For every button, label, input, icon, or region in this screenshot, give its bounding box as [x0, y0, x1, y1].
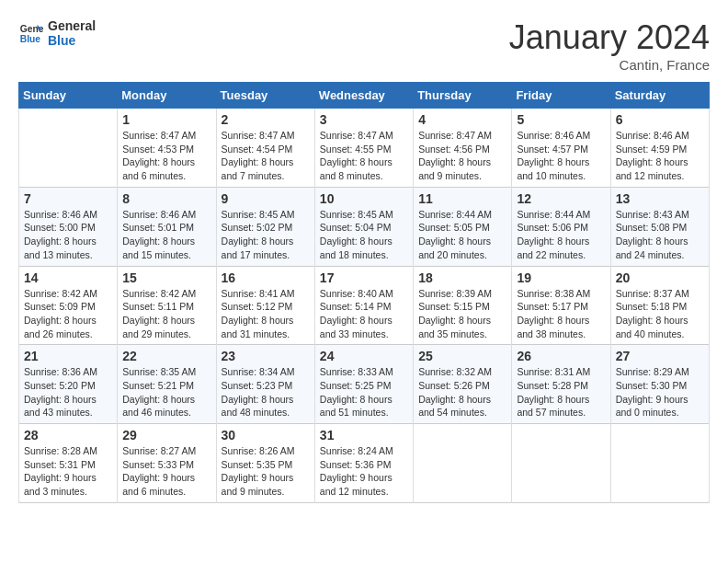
header-cell-friday: Friday: [512, 83, 610, 109]
day-number: 27: [616, 349, 704, 363]
day-cell: [610, 424, 709, 503]
title-block: January 2024 Cantin, France: [509, 18, 710, 73]
day-number: 10: [320, 191, 408, 206]
day-info: Sunrise: 8:40 AM Sunset: 5:14 PM Dayligh…: [320, 287, 408, 341]
day-cell: 17Sunrise: 8:40 AM Sunset: 5:14 PM Dayli…: [314, 266, 413, 345]
day-cell: [512, 424, 610, 503]
day-info: Sunrise: 8:45 AM Sunset: 5:02 PM Dayligh…: [222, 208, 310, 262]
day-number: 31: [320, 428, 408, 442]
header-cell-sunday: Sunday: [19, 83, 118, 109]
day-info: Sunrise: 8:35 AM Sunset: 5:21 PM Dayligh…: [122, 365, 210, 419]
day-number: 12: [517, 191, 605, 206]
day-cell: [19, 109, 118, 188]
calendar-header: SundayMondayTuesdayWednesdayThursdayFrid…: [19, 83, 710, 109]
day-info: Sunrise: 8:37 AM Sunset: 5:18 PM Dayligh…: [616, 287, 704, 341]
day-cell: 2Sunrise: 8:47 AM Sunset: 4:54 PM Daylig…: [216, 109, 314, 188]
day-info: Sunrise: 8:47 AM Sunset: 4:55 PM Dayligh…: [320, 129, 408, 183]
day-info: Sunrise: 8:43 AM Sunset: 5:08 PM Dayligh…: [616, 208, 704, 262]
day-number: 6: [616, 112, 704, 127]
day-cell: 29Sunrise: 8:27 AM Sunset: 5:33 PM Dayli…: [118, 424, 216, 503]
day-cell: 23Sunrise: 8:34 AM Sunset: 5:23 PM Dayli…: [216, 345, 314, 424]
day-cell: 1Sunrise: 8:47 AM Sunset: 4:53 PM Daylig…: [118, 109, 216, 188]
day-info: Sunrise: 8:47 AM Sunset: 4:54 PM Dayligh…: [222, 129, 310, 183]
day-cell: 28Sunrise: 8:28 AM Sunset: 5:31 PM Dayli…: [19, 424, 118, 503]
day-cell: 16Sunrise: 8:41 AM Sunset: 5:12 PM Dayli…: [216, 266, 314, 345]
day-number: 17: [320, 270, 408, 285]
day-cell: 31Sunrise: 8:24 AM Sunset: 5:36 PM Dayli…: [314, 424, 413, 503]
day-number: 18: [418, 270, 506, 285]
day-number: 2: [222, 112, 310, 127]
day-cell: 30Sunrise: 8:26 AM Sunset: 5:35 PM Dayli…: [216, 424, 314, 503]
day-number: 23: [222, 349, 310, 363]
logo: General Blue General Blue: [18, 18, 96, 48]
day-info: Sunrise: 8:46 AM Sunset: 4:57 PM Dayligh…: [517, 129, 605, 183]
day-info: Sunrise: 8:29 AM Sunset: 5:30 PM Dayligh…: [616, 365, 704, 419]
day-cell: 25Sunrise: 8:32 AM Sunset: 5:26 PM Dayli…: [414, 345, 512, 424]
day-info: Sunrise: 8:27 AM Sunset: 5:33 PM Dayligh…: [122, 444, 210, 499]
day-info: Sunrise: 8:45 AM Sunset: 5:04 PM Dayligh…: [320, 208, 408, 262]
day-number: 14: [24, 270, 112, 285]
day-info: Sunrise: 8:47 AM Sunset: 4:53 PM Dayligh…: [122, 129, 210, 183]
header-cell-wednesday: Wednesday: [314, 83, 413, 109]
day-info: Sunrise: 8:39 AM Sunset: 5:15 PM Dayligh…: [418, 287, 506, 341]
day-info: Sunrise: 8:46 AM Sunset: 4:59 PM Dayligh…: [616, 129, 704, 183]
day-number: 15: [122, 270, 210, 285]
day-info: Sunrise: 8:44 AM Sunset: 5:05 PM Dayligh…: [418, 208, 506, 262]
day-info: Sunrise: 8:32 AM Sunset: 5:26 PM Dayligh…: [418, 365, 506, 419]
day-cell: [414, 424, 512, 503]
day-cell: 6Sunrise: 8:46 AM Sunset: 4:59 PM Daylig…: [610, 109, 709, 188]
header-cell-saturday: Saturday: [610, 83, 709, 109]
header-cell-monday: Monday: [118, 83, 216, 109]
day-cell: 12Sunrise: 8:44 AM Sunset: 5:06 PM Dayli…: [512, 187, 610, 266]
svg-text:Blue: Blue: [20, 34, 41, 44]
day-cell: 26Sunrise: 8:31 AM Sunset: 5:28 PM Dayli…: [512, 345, 610, 424]
day-number: 4: [418, 112, 506, 127]
day-info: Sunrise: 8:42 AM Sunset: 5:11 PM Dayligh…: [122, 287, 210, 341]
day-cell: 8Sunrise: 8:46 AM Sunset: 5:01 PM Daylig…: [118, 187, 216, 266]
day-info: Sunrise: 8:24 AM Sunset: 5:36 PM Dayligh…: [320, 444, 408, 499]
day-cell: 11Sunrise: 8:44 AM Sunset: 5:05 PM Dayli…: [414, 187, 512, 266]
day-info: Sunrise: 8:46 AM Sunset: 5:00 PM Dayligh…: [24, 208, 112, 262]
day-info: Sunrise: 8:33 AM Sunset: 5:25 PM Dayligh…: [320, 365, 408, 419]
day-cell: 24Sunrise: 8:33 AM Sunset: 5:25 PM Dayli…: [314, 345, 413, 424]
week-row-2: 7Sunrise: 8:46 AM Sunset: 5:00 PM Daylig…: [19, 187, 710, 266]
day-cell: 5Sunrise: 8:46 AM Sunset: 4:57 PM Daylig…: [512, 109, 610, 188]
day-info: Sunrise: 8:31 AM Sunset: 5:28 PM Dayligh…: [517, 365, 605, 419]
day-number: 5: [517, 112, 605, 127]
day-info: Sunrise: 8:36 AM Sunset: 5:20 PM Dayligh…: [24, 365, 112, 419]
month-title: January 2024: [509, 18, 710, 57]
day-cell: 18Sunrise: 8:39 AM Sunset: 5:15 PM Dayli…: [414, 266, 512, 345]
day-info: Sunrise: 8:38 AM Sunset: 5:17 PM Dayligh…: [517, 287, 605, 341]
day-number: 19: [517, 270, 605, 285]
day-number: 8: [122, 191, 210, 206]
day-number: 21: [24, 349, 112, 363]
day-cell: 13Sunrise: 8:43 AM Sunset: 5:08 PM Dayli…: [610, 187, 709, 266]
day-number: 22: [122, 349, 210, 363]
day-number: 28: [24, 428, 112, 442]
day-number: 3: [320, 112, 408, 127]
day-number: 13: [616, 191, 704, 206]
day-number: 16: [222, 270, 310, 285]
page-header: General Blue General Blue January 2024 C…: [18, 18, 710, 73]
day-number: 29: [122, 428, 210, 442]
day-cell: 4Sunrise: 8:47 AM Sunset: 4:56 PM Daylig…: [414, 109, 512, 188]
day-info: Sunrise: 8:42 AM Sunset: 5:09 PM Dayligh…: [24, 287, 112, 341]
day-number: 1: [122, 112, 210, 127]
week-row-1: 1Sunrise: 8:47 AM Sunset: 4:53 PM Daylig…: [19, 109, 710, 188]
day-cell: 7Sunrise: 8:46 AM Sunset: 5:00 PM Daylig…: [19, 187, 118, 266]
header-cell-tuesday: Tuesday: [216, 83, 314, 109]
day-info: Sunrise: 8:44 AM Sunset: 5:06 PM Dayligh…: [517, 208, 605, 262]
header-row: SundayMondayTuesdayWednesdayThursdayFrid…: [19, 83, 710, 109]
day-cell: 22Sunrise: 8:35 AM Sunset: 5:21 PM Dayli…: [118, 345, 216, 424]
day-info: Sunrise: 8:46 AM Sunset: 5:01 PM Dayligh…: [122, 208, 210, 262]
day-number: 9: [222, 191, 310, 206]
day-number: 30: [222, 428, 310, 442]
day-info: Sunrise: 8:47 AM Sunset: 4:56 PM Dayligh…: [418, 129, 506, 183]
day-info: Sunrise: 8:28 AM Sunset: 5:31 PM Dayligh…: [24, 444, 112, 499]
day-info: Sunrise: 8:34 AM Sunset: 5:23 PM Dayligh…: [222, 365, 310, 419]
day-info: Sunrise: 8:41 AM Sunset: 5:12 PM Dayligh…: [222, 287, 310, 341]
day-cell: 9Sunrise: 8:45 AM Sunset: 5:02 PM Daylig…: [216, 187, 314, 266]
day-cell: 21Sunrise: 8:36 AM Sunset: 5:20 PM Dayli…: [19, 345, 118, 424]
calendar-body: 1Sunrise: 8:47 AM Sunset: 4:53 PM Daylig…: [19, 109, 710, 503]
day-cell: 20Sunrise: 8:37 AM Sunset: 5:18 PM Dayli…: [610, 266, 709, 345]
